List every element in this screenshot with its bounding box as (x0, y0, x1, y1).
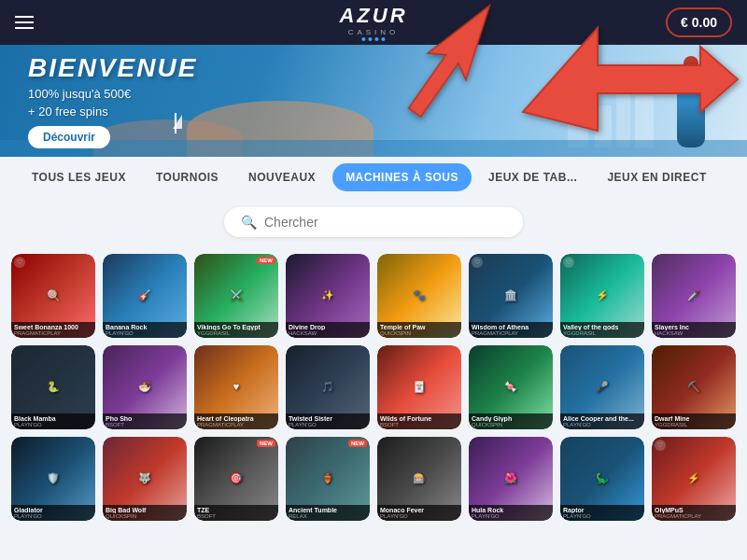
game-card[interactable]: ⛏️ Dwarf Mine YGGDRASIL (652, 345, 736, 429)
game-card[interactable]: 🎰 Monaco Fever PLAYN'GO (377, 437, 461, 521)
search-icon: 🔍 (241, 215, 257, 230)
game-card[interactable]: 🌺 Hula Rock PLAYN'GO (469, 437, 553, 521)
game-name: Ancient Tumble (289, 507, 367, 513)
header: AZUR CASINO € 0.00 (0, 0, 747, 45)
game-name: Monaco Fever (380, 507, 458, 513)
game-info: Divine Drop HACKSAW (286, 322, 370, 338)
game-provider: PRAGMATICPLAY (472, 330, 550, 336)
game-name: OlyMPuS (655, 507, 733, 513)
game-card[interactable]: 🍭 ♡ Sweet Bonanza 1000 PRAGMATICPLAY (11, 254, 95, 338)
banner: BIENVENUE 100% jusqu'à 500€ + 20 free sp… (0, 45, 747, 157)
menu-button[interactable] (15, 16, 34, 29)
game-info: Sweet Bonanza 1000 PRAGMATICPLAY (11, 322, 95, 338)
game-card[interactable]: 🐺 Big Bad Wolf QUICKSPIN (103, 437, 187, 521)
game-name: TZE (197, 507, 275, 513)
game-icon: ♥️ (230, 377, 244, 397)
game-info: OlyMPuS PRAGMATICPLAY (652, 505, 736, 521)
game-card[interactable]: ✨ Divine Drop HACKSAW (286, 254, 370, 338)
search-input[interactable] (264, 215, 506, 230)
badge-new: NEW (348, 440, 367, 447)
tab-table[interactable]: JEUX DE TAB... (475, 163, 590, 191)
game-card[interactable]: 🎤 Alice Cooper and the... PLAYN'GO (560, 345, 644, 429)
game-icon: 🐺 (134, 469, 155, 488)
tab-live[interactable]: JEUX EN DIRECT (594, 163, 719, 191)
balance-button[interactable]: € 0.00 (666, 7, 732, 37)
tab-new[interactable]: NOUVEAUX (235, 163, 329, 191)
game-card[interactable]: 🍬 Candy Glyph QUICKSPIN (469, 345, 553, 429)
game-card[interactable]: 🏺 NEW Ancient Tumble RELAX (286, 437, 370, 521)
game-info: Twisted Sister PLAYN'GO (286, 413, 370, 429)
game-icon: ⚡ (592, 286, 613, 305)
game-info: Monaco Fever PLAYN'GO (377, 505, 461, 521)
game-icon: 🍭 (43, 286, 63, 305)
game-card-inner: 🌺 Hula Rock PLAYN'GO (469, 437, 553, 521)
game-card[interactable]: 🎵 Twisted Sister PLAYN'GO (286, 345, 370, 429)
game-name: Vikings Go To Egypt (197, 324, 275, 330)
game-icon: 🎵 (317, 377, 338, 397)
game-provider: PLAYN'GO (563, 422, 641, 427)
game-card-inner: 🎯 NEW TZE BSOFT (194, 437, 278, 521)
game-provider: PLAYN'GO (289, 422, 367, 427)
game-card[interactable]: 🎯 NEW TZE BSOFT (194, 437, 278, 521)
game-card[interactable]: 🦕 Raptor PLAYN'GO (560, 437, 644, 521)
game-info: Banana Rock PLAYN'GO (103, 322, 187, 338)
game-provider: YGGDRASIL (563, 330, 641, 336)
game-provider: QUICKSPIN (472, 422, 550, 427)
game-provider: PLAYN'GO (563, 513, 641, 519)
game-icon: 🎸 (134, 286, 155, 305)
game-info: Dwarf Mine YGGDRASIL (652, 413, 736, 429)
game-icon: 🎯 (226, 469, 247, 488)
game-card-inner: 🦕 Raptor PLAYN'GO (560, 437, 644, 521)
game-provider: PLAYN'GO (380, 513, 458, 519)
game-card-inner: ✨ Divine Drop HACKSAW (286, 254, 370, 338)
game-info: Temple of Paw QUICKSPIN (377, 322, 461, 338)
game-card[interactable]: 🐍 Black Mamba PLAYN'GO (11, 345, 95, 429)
game-provider: YGGDRASIL (655, 422, 733, 427)
game-icon: ⚔️ (226, 286, 247, 305)
game-provider: QUICKSPIN (380, 330, 458, 336)
game-icon: 🃏 (409, 377, 430, 397)
game-card[interactable]: ⚡ ♡ OlyMPuS PRAGMATICPLAY (652, 437, 736, 521)
game-card[interactable]: 🐾 Temple of Paw QUICKSPIN (377, 254, 461, 338)
banner-line2: + 20 free spins (28, 105, 197, 119)
game-card[interactable]: ⚡ ♡ Valley of the gods YGGDRASIL (560, 254, 644, 338)
game-name: Alice Cooper and the... (563, 415, 641, 422)
game-provider: PRAGMATICPLAY (197, 422, 275, 427)
game-card[interactable]: 🏛️ ♡ Wisdom of Athena PRAGMATICPLAY (469, 254, 553, 338)
game-card[interactable]: ⚔️ NEW Vikings Go To Egypt YGGDRASIL (194, 254, 278, 338)
nav-tabs: TOUS LES JEUX TOURNOIS NOUVEAUX MACHINES… (0, 157, 747, 198)
badge-fav: ♡ (655, 440, 666, 451)
game-card[interactable]: 🛡️ Gladiator PLAYN'GO (11, 437, 95, 521)
tab-tournaments[interactable]: TOURNOIS (143, 163, 232, 191)
search-area: 🔍 (0, 198, 747, 246)
game-card-inner: ⚡ ♡ Valley of the gods YGGDRASIL (560, 254, 644, 338)
game-card[interactable]: 🍜 Pho Sho BSOFT (103, 345, 187, 429)
game-icon: 🍬 (500, 377, 521, 397)
tab-slots[interactable]: MACHINES À SOUS (332, 163, 472, 191)
tab-all[interactable]: TOUS LES JEUX (19, 163, 139, 191)
badge-new: NEW (257, 440, 275, 447)
game-icon: 🍜 (134, 377, 155, 397)
game-card[interactable]: 🃏 Wilds of Fortune BSOFT (377, 345, 461, 429)
game-name: Valley of the gods (563, 324, 641, 330)
game-card-inner: 🎵 Twisted Sister PLAYN'GO (286, 345, 370, 429)
game-icon: ✨ (317, 286, 338, 305)
game-card-inner: 🏺 NEW Ancient Tumble RELAX (286, 437, 370, 521)
game-card-inner: 🏛️ ♡ Wisdom of Athena PRAGMATICPLAY (469, 254, 553, 338)
search-box: 🔍 (224, 207, 523, 237)
game-icon: 🎰 (409, 469, 430, 488)
game-card[interactable]: 🗡️ Slayers Inc HACKSAW (652, 254, 736, 338)
game-name: Slayers Inc (655, 324, 733, 330)
game-name: Banana Rock (106, 324, 184, 330)
game-card[interactable]: ♥️ Heart of Cleopatra PRAGMATICPLAY (194, 345, 278, 429)
game-name: Hula Rock (472, 507, 550, 513)
badge-fav: ♡ (563, 257, 574, 268)
game-card[interactable]: 🎸 Banana Rock PLAYN'GO (103, 254, 187, 338)
badge-fav: ♡ (14, 257, 25, 268)
game-provider: PRAGMATICPLAY (655, 513, 733, 519)
game-provider: YGGDRASIL (197, 330, 275, 336)
game-icon: 🐾 (409, 286, 430, 305)
game-name: Sweet Bonanza 1000 (14, 324, 92, 330)
banner-discover-button[interactable]: Découvrir (28, 126, 110, 148)
game-name: Heart of Cleopatra (197, 415, 275, 422)
